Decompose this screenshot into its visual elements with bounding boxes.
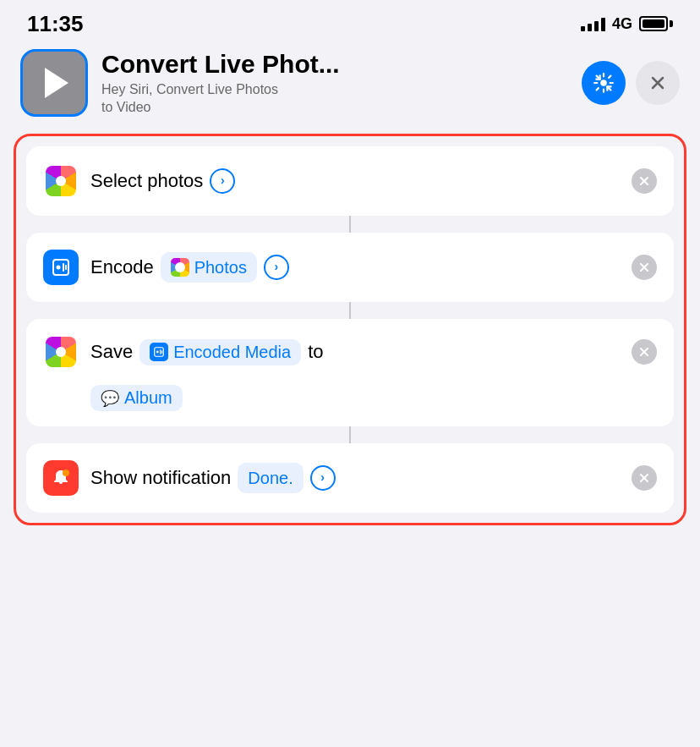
done-label: Done. (248, 466, 293, 490)
settings-button[interactable] (582, 61, 626, 105)
step-content: Show notification Done. › (90, 463, 620, 493)
photos-save-icon (43, 334, 79, 370)
connector-line (349, 426, 351, 443)
notification-icon (43, 460, 79, 496)
header-actions (582, 61, 680, 105)
step-label: Select photos (90, 168, 203, 195)
encode-svg-icon (51, 257, 71, 277)
remove-step-button[interactable] (632, 339, 657, 365)
svg-point-0 (601, 80, 605, 85)
step-encode: Encode Photos › (26, 233, 674, 302)
step-content: Select photos › (90, 168, 620, 195)
close-icon (639, 473, 649, 483)
close-icon (639, 347, 649, 357)
status-time: 11:35 (27, 11, 84, 37)
step-notification: Show notification Done. › (26, 443, 674, 513)
shortcut-subtitle: Hey Siri, Convert Live Photosto Video (101, 81, 568, 117)
step-content: Encode Photos › (90, 252, 620, 283)
chevron-circle-icon[interactable]: › (210, 168, 235, 194)
signal-bars-icon (581, 16, 605, 31)
remove-step-button[interactable] (632, 465, 657, 491)
x-icon (650, 75, 665, 91)
encoded-media-label: Encoded Media (173, 343, 291, 362)
svg-point-17 (63, 470, 69, 476)
close-icon (639, 176, 649, 186)
close-button[interactable] (636, 61, 680, 105)
message-icon: 💬 (101, 389, 119, 408)
photos-chip[interactable]: Photos (161, 252, 257, 283)
encode-icon (43, 250, 79, 285)
done-chip[interactable]: Done. (238, 463, 303, 493)
chevron-circle-icon[interactable]: › (310, 465, 336, 491)
chip-label: Photos (194, 255, 247, 279)
album-chip[interactable]: 💬 Album (90, 385, 183, 411)
app-icon (20, 49, 88, 117)
close-icon (639, 262, 649, 272)
remove-step-button[interactable] (632, 255, 657, 280)
battery-icon (639, 16, 673, 31)
notification-label: Show notification (90, 465, 231, 492)
encode-chip-icon (150, 343, 168, 361)
step-save: Save Encoded Media to (26, 319, 674, 426)
svg-point-14 (156, 351, 159, 354)
status-icons: 4G (581, 15, 673, 33)
step-select-photos: Select photos › (26, 146, 674, 216)
header-text: Convert Live Phot... Hey Siri, Convert L… (101, 50, 568, 117)
chevron-circle-icon[interactable]: › (264, 255, 289, 280)
status-bar: 11:35 4G (0, 0, 700, 42)
encode-label: Encode (90, 255, 154, 281)
photos-app-icon (43, 163, 79, 199)
save-label: Save (90, 341, 133, 363)
to-label: to (308, 341, 323, 363)
connector (26, 426, 674, 443)
connector (26, 302, 674, 319)
bell-icon (51, 468, 71, 488)
connector-line (349, 302, 351, 319)
album-row: 💬 Album (43, 385, 657, 411)
connector (26, 216, 674, 233)
play-icon (45, 68, 68, 98)
encoded-media-chip[interactable]: Encoded Media (139, 339, 301, 365)
chip-photos-icon (171, 258, 189, 277)
save-content: Save Encoded Media to (90, 339, 620, 365)
remove-step-button[interactable] (632, 168, 657, 194)
connector-line (349, 216, 351, 233)
workflow-container: Select photos › Encode Phot (14, 134, 686, 525)
shortcut-title: Convert Live Phot... (101, 50, 568, 78)
network-type: 4G (612, 15, 632, 33)
album-label: Album (124, 388, 172, 408)
shortcut-header: Convert Live Phot... Hey Siri, Convert L… (0, 42, 700, 130)
svg-point-10 (57, 266, 61, 270)
settings-icon (593, 72, 615, 94)
